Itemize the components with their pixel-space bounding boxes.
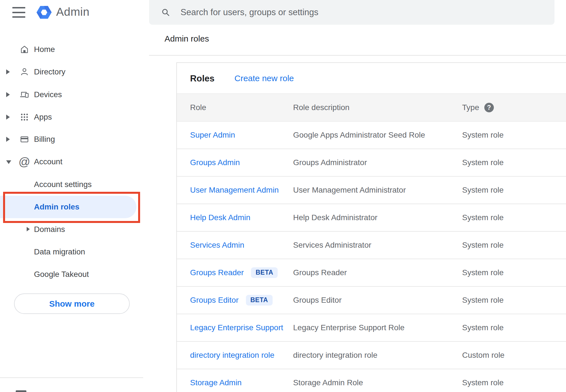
collapse-arrow-icon[interactable] bbox=[6, 160, 11, 164]
role-link-label: Groups Reader bbox=[190, 268, 244, 277]
role-type: System role bbox=[462, 158, 504, 167]
sidebar-item-directory[interactable]: Directory bbox=[0, 61, 146, 83]
sidebar-divider bbox=[0, 377, 143, 378]
role-link[interactable]: User Management Admin bbox=[190, 186, 279, 195]
role-description: User Management Administrator bbox=[293, 186, 406, 195]
menu-hamburger-icon[interactable] bbox=[12, 7, 25, 18]
roles-table-body: Super Admin Google Apps Administrator Se… bbox=[177, 122, 566, 392]
sidebar-item-label: Home bbox=[34, 45, 55, 54]
role-description: Legacy Enterprise Support Role bbox=[293, 323, 405, 332]
table-row: Super Admin Google Apps Administrator Se… bbox=[177, 122, 566, 149]
role-type: System role bbox=[462, 296, 504, 305]
home-icon bbox=[20, 45, 29, 54]
person-icon bbox=[20, 67, 29, 77]
expand-arrow-icon[interactable] bbox=[6, 137, 10, 142]
table-row: Legacy Enterprise Support Legacy Enterpr… bbox=[177, 314, 566, 342]
sidebar-item-google-takeout[interactable]: Google Takeout bbox=[0, 263, 146, 286]
create-new-role-link[interactable]: Create new role bbox=[234, 74, 294, 83]
roles-table-header: Role Role description Type ? bbox=[177, 94, 566, 122]
sidebar-item-label: Directory bbox=[34, 67, 65, 76]
role-link[interactable]: Legacy Enterprise Support bbox=[190, 323, 283, 332]
role-link[interactable]: Super Admin bbox=[190, 131, 235, 140]
sidebar-item-label: Billing bbox=[34, 135, 55, 144]
credit-card-icon bbox=[20, 135, 29, 144]
table-row: User Management Admin User Management Ad… bbox=[177, 177, 566, 204]
role-type: System role bbox=[462, 323, 504, 332]
sidebar-item-label: Google Takeout bbox=[34, 270, 89, 279]
table-row: Storage Admin Storage Admin Role System … bbox=[177, 369, 566, 392]
column-header-type: Type ? bbox=[462, 103, 494, 112]
sidebar-item-data-migration[interactable]: Data migration bbox=[0, 241, 146, 263]
column-header-type-label: Type bbox=[462, 103, 479, 112]
global-search-bar[interactable] bbox=[149, 0, 554, 25]
role-link[interactable]: Services Admin bbox=[190, 241, 244, 250]
sidebar: Admin Home Directory Devi bbox=[0, 0, 149, 392]
at-sign-icon: @ bbox=[19, 156, 30, 168]
role-link-label: Groups Editor bbox=[190, 296, 239, 304]
beta-badge: BETA bbox=[251, 267, 278, 278]
clipped-bottom-icon bbox=[16, 390, 26, 392]
brand-row: Admin bbox=[0, 0, 149, 25]
sidebar-item-domains[interactable]: Domains bbox=[0, 218, 146, 241]
sidebar-item-devices[interactable]: Devices bbox=[0, 83, 146, 106]
table-row: Groups EditorBETA Groups Editor System r… bbox=[177, 287, 566, 314]
role-link[interactable]: Storage Admin bbox=[190, 378, 242, 387]
admin-console-screen: Admin Home Directory Devi bbox=[0, 0, 566, 392]
table-row: Services Admin Services Administrator Sy… bbox=[177, 232, 566, 259]
table-row: directory integration role directory int… bbox=[177, 342, 566, 369]
role-description: Storage Admin Role bbox=[293, 378, 363, 387]
column-header-role: Role bbox=[190, 103, 206, 112]
beta-badge: BETA bbox=[246, 295, 273, 306]
sidebar-item-label: Devices bbox=[34, 90, 62, 99]
role-link[interactable]: Help Desk Admin bbox=[190, 213, 250, 222]
sidebar-item-label: Account bbox=[34, 157, 62, 166]
sidebar-item-account[interactable]: @ Account bbox=[0, 151, 146, 173]
brand-name: Admin bbox=[56, 5, 90, 19]
table-row: Groups ReaderBETA Groups Reader System r… bbox=[177, 259, 566, 287]
role-description: directory integration role bbox=[293, 351, 377, 360]
role-type: System role bbox=[462, 131, 504, 140]
role-description: Groups Administrator bbox=[293, 158, 367, 167]
role-link[interactable]: Groups Admin bbox=[190, 158, 240, 167]
role-description: Help Desk Administrator bbox=[293, 213, 377, 222]
show-more-button[interactable]: Show more bbox=[14, 293, 130, 314]
expand-arrow-icon[interactable] bbox=[6, 69, 10, 74]
page-title: Admin roles bbox=[165, 34, 209, 44]
role-type: Custom role bbox=[462, 351, 505, 360]
table-row: Help Desk Admin Help Desk Administrator … bbox=[177, 204, 566, 232]
role-type: System role bbox=[462, 241, 504, 250]
role-link[interactable]: Groups ReaderBETA bbox=[190, 267, 278, 278]
expand-arrow-icon[interactable] bbox=[6, 92, 10, 97]
expand-arrow-icon[interactable] bbox=[6, 115, 10, 120]
role-description: Google Apps Administrator Seed Role bbox=[293, 131, 425, 140]
role-link[interactable]: directory integration role bbox=[190, 351, 274, 360]
role-type: System role bbox=[462, 186, 504, 195]
admin-hexagon-logo-icon bbox=[35, 4, 53, 21]
table-row: Groups Admin Groups Administrator System… bbox=[177, 149, 566, 177]
role-type: System role bbox=[462, 213, 504, 222]
roles-card-header: Roles Create new role bbox=[177, 63, 566, 94]
devices-icon bbox=[20, 90, 29, 99]
sidebar-item-label: Admin roles bbox=[34, 202, 79, 211]
sidebar-item-admin-roles[interactable]: Admin roles bbox=[0, 196, 146, 218]
sidebar-item-label: Domains bbox=[34, 225, 65, 234]
role-link[interactable]: Groups EditorBETA bbox=[190, 295, 273, 306]
roles-heading: Roles bbox=[190, 73, 214, 83]
search-input[interactable] bbox=[170, 4, 554, 21]
roles-card: Roles Create new role Role Role descript… bbox=[176, 62, 566, 392]
column-header-description: Role description bbox=[293, 103, 350, 112]
sidebar-item-label: Account settings bbox=[34, 180, 92, 189]
search-icon bbox=[161, 8, 170, 17]
role-description: Groups Reader bbox=[293, 268, 347, 277]
sidebar-item-billing[interactable]: Billing bbox=[0, 128, 146, 151]
header-divider bbox=[149, 55, 566, 56]
expand-arrow-icon[interactable] bbox=[27, 227, 30, 231]
apps-grid-icon bbox=[20, 112, 29, 122]
role-type: System role bbox=[462, 268, 504, 277]
sidebar-item-account-settings[interactable]: Account settings bbox=[0, 173, 146, 196]
sidebar-item-label: Apps bbox=[34, 113, 52, 122]
role-description: Groups Editor bbox=[293, 296, 342, 305]
sidebar-item-home[interactable]: Home bbox=[0, 38, 146, 61]
sidebar-item-apps[interactable]: Apps bbox=[0, 106, 146, 128]
help-icon[interactable]: ? bbox=[484, 103, 494, 112]
